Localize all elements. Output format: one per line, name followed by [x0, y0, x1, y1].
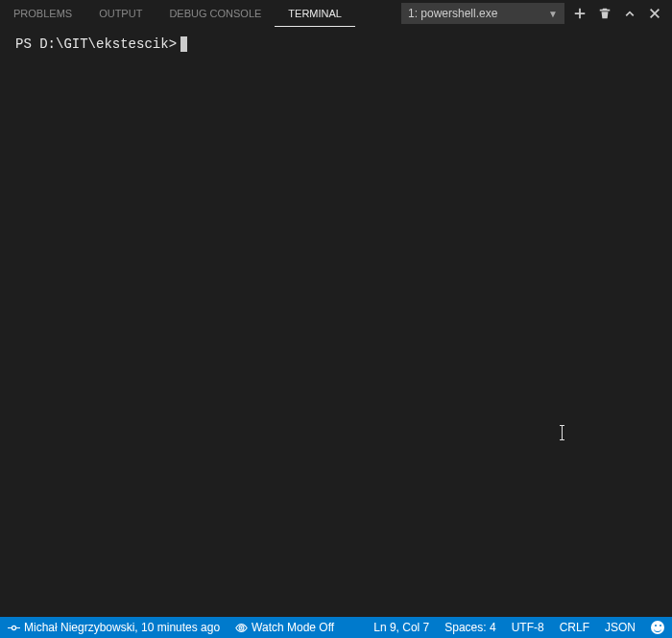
tab-terminal[interactable]: TERMINAL	[275, 0, 355, 27]
ibeam-cursor-icon	[562, 425, 563, 440]
close-icon	[648, 7, 661, 20]
svg-point-1	[240, 626, 242, 628]
chevron-up-icon	[623, 7, 636, 20]
terminal-cursor	[180, 36, 187, 52]
status-cursor-position[interactable]: Ln 9, Col 7	[366, 617, 437, 638]
close-panel-button[interactable]	[647, 6, 662, 21]
status-language-mode[interactable]: JSON	[597, 617, 643, 638]
chevron-down-icon: ▼	[548, 9, 558, 19]
status-git-blame[interactable]: Michał Niegrzybowski, 10 minutes ago	[0, 617, 228, 638]
svg-point-0	[12, 626, 15, 629]
terminal-selector[interactable]: 1: powershell.exe ▼	[401, 3, 564, 24]
plus-icon	[573, 7, 587, 20]
git-commit-icon	[8, 622, 20, 634]
smiley-icon	[651, 621, 664, 634]
trash-icon	[598, 7, 612, 20]
terminal-actions	[572, 6, 672, 21]
status-watch-text: Watch Mode Off	[252, 621, 334, 634]
status-git-blame-text: Michał Niegrzybowski, 10 minutes ago	[24, 621, 220, 634]
status-eol[interactable]: CRLF	[552, 617, 597, 638]
status-indentation[interactable]: Spaces: 4	[437, 617, 503, 638]
tab-debug-console[interactable]: DEBUG CONSOLE	[156, 0, 275, 27]
maximize-panel-button[interactable]	[622, 6, 637, 21]
kill-terminal-button[interactable]	[597, 6, 612, 21]
new-terminal-button[interactable]	[572, 6, 588, 21]
terminal-prompt-line: PS D:\GIT\ekstescik>	[15, 36, 657, 52]
status-bar: Michał Niegrzybowski, 10 minutes ago Wat…	[0, 617, 672, 638]
tab-problems[interactable]: PROBLEMS	[0, 0, 85, 27]
terminal-prompt: PS D:\GIT\ekstescik>	[15, 36, 177, 52]
status-encoding[interactable]: UTF-8	[504, 617, 552, 638]
panel-tabs: PROBLEMS OUTPUT DEBUG CONSOLE TERMINAL 1…	[0, 0, 672, 27]
tab-output[interactable]: OUTPUT	[85, 0, 156, 27]
status-feedback[interactable]	[643, 617, 672, 638]
terminal-selector-label: 1: powershell.exe	[408, 7, 497, 20]
status-watch-mode[interactable]: Watch Mode Off	[228, 617, 342, 638]
terminal-body[interactable]: PS D:\GIT\ekstescik>	[0, 27, 672, 617]
eye-icon	[235, 622, 248, 634]
